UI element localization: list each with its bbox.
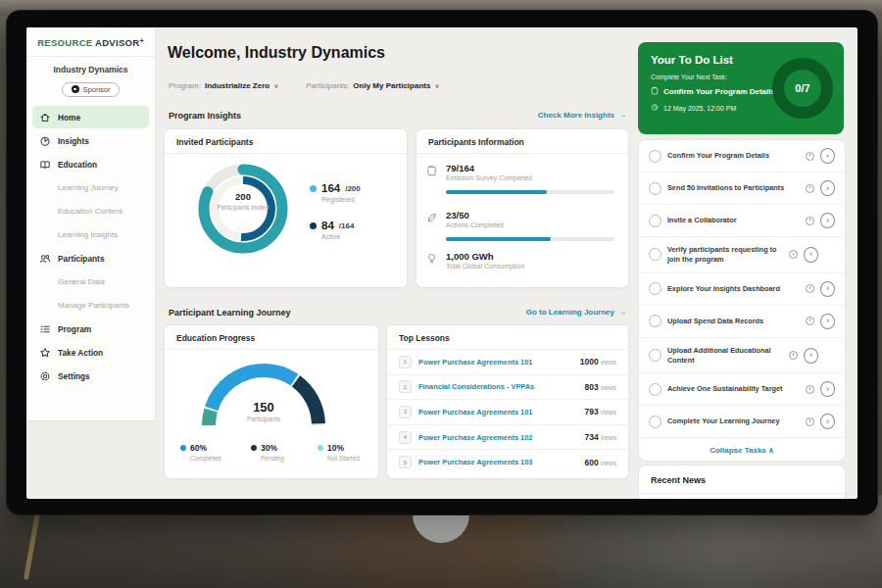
gauge-center-value: 150 — [224, 400, 303, 415]
views-count: 1000 — [580, 357, 599, 367]
task-checkbox[interactable] — [649, 383, 662, 396]
sidebar-item-program[interactable]: Program — [32, 318, 149, 340]
invited-participants-card: Invited Participants 200 Participants In… — [164, 128, 408, 288]
task-checkbox[interactable] — [649, 150, 662, 163]
stat-value: 23/50 — [446, 210, 504, 220]
lesson-link[interactable]: Power Purchase Agreements 101 — [418, 408, 578, 416]
sidebar-item-label: Insights — [58, 136, 89, 146]
link-label: Go to Learning Journey — [526, 308, 614, 317]
emission-progress-bar — [446, 190, 614, 194]
lesson-row: 1 Power Purchase Agreements 101 1000view… — [387, 350, 628, 375]
sidebar-item-general-data[interactable]: General Data — [32, 270, 149, 293]
task-label[interactable]: Achieve One Sustainability Target — [667, 384, 800, 394]
legend-label: Pending — [261, 455, 319, 462]
task-open-button[interactable]: › — [820, 381, 835, 397]
clock-icon — [806, 217, 814, 225]
todo-due-date: 12 May 2025, 12:00 PM — [663, 105, 736, 112]
arrow-right-icon: → — [618, 111, 626, 120]
task-label[interactable]: Verify participants requesting to join t… — [667, 245, 783, 265]
task-checkbox[interactable] — [649, 315, 662, 327]
legend-value: 84 — [321, 220, 334, 231]
lesson-link[interactable]: Power Purchase Agreements 103 — [418, 458, 578, 466]
task-label[interactable]: Upload Spend Data Records — [667, 317, 800, 326]
task-checkbox[interactable] — [649, 282, 662, 295]
lesson-link[interactable]: Power Purchase Agreements 102 — [418, 433, 578, 442]
sidebar-item-education[interactable]: Education — [32, 153, 149, 175]
legend-label: Active — [321, 233, 361, 240]
task-label[interactable]: Send 50 Invitations to Participants — [667, 183, 800, 193]
check-more-insights-link[interactable]: Check More Insights → — [538, 111, 626, 120]
lesson-link[interactable]: Financial Considerations - VPPAs — [418, 382, 578, 391]
participants-filter-value: Only My Participants — [353, 81, 430, 90]
participants-filter[interactable]: Participants: Only My Participants ∨ — [306, 81, 439, 90]
task-checkbox[interactable] — [649, 215, 662, 227]
task-checkbox[interactable] — [649, 182, 662, 195]
task-label[interactable]: Upload Additional Educational Content — [667, 346, 783, 366]
card-title: Top Lessons — [387, 325, 628, 350]
task-open-button[interactable]: › — [804, 348, 818, 364]
education-progress-card: Education Progress 150 Participants 60% … — [164, 324, 379, 479]
clock-icon — [806, 284, 814, 293]
task-open-button[interactable]: › — [820, 314, 835, 329]
sidebar-item-home[interactable]: Home — [32, 106, 149, 128]
collapse-tasks-link[interactable]: Collapse Tasks ∧ — [639, 438, 845, 462]
legend-item-completed: 60% Completed — [180, 443, 249, 462]
clock-icon — [806, 385, 814, 394]
sidebar-item-learning-journey[interactable]: Learning Journey — [32, 176, 149, 199]
task-open-button[interactable]: › — [820, 213, 835, 228]
sidebar-item-education-content[interactable]: Education Content — [32, 200, 149, 222]
clock-icon — [651, 103, 659, 113]
lesson-link[interactable]: Power Purchase Agreements 101 — [418, 358, 573, 367]
program-filter-label: Program: — [169, 81, 201, 90]
legend-total: /164 — [339, 221, 355, 230]
sidebar-item-participants[interactable]: Participants — [32, 247, 149, 270]
arrow-right-icon: → — [618, 308, 626, 317]
task-open-button[interactable]: › — [820, 148, 835, 164]
task-label[interactable]: Explore Your Insights Dashboard — [667, 284, 800, 294]
views-count: 734 — [585, 432, 599, 442]
task-label[interactable]: Invite a Collaborator — [667, 216, 800, 225]
sidebar-item-take-action[interactable]: Take Action — [32, 341, 149, 364]
task-row: Send 50 Invitations to Participants › — [639, 172, 845, 205]
task-open-button[interactable]: › — [804, 247, 818, 263]
clock-icon — [789, 250, 798, 259]
legend-dot — [251, 445, 257, 451]
sidebar-item-label: Learning Journey — [58, 183, 119, 192]
task-label[interactable]: Confirm Your Program Details — [667, 151, 800, 161]
sponsor-badge[interactable]: Sponsor — [62, 82, 121, 97]
action-burst-icon — [39, 347, 51, 359]
lessons-list: 1 Power Purchase Agreements 101 1000view… — [387, 350, 628, 474]
stat-label: Actions Completed — [446, 221, 504, 228]
task-row: Upload Spend Data Records › — [639, 306, 845, 338]
program-filter[interactable]: Program: Industrialize Zero ∨ — [169, 81, 278, 90]
logo-resource: RESOURCE — [37, 37, 92, 48]
task-label[interactable]: Complete Your Learning Journey — [667, 416, 800, 426]
task-checkbox[interactable] — [649, 416, 662, 428]
views-count: 600 — [585, 458, 599, 467]
task-open-button[interactable]: › — [820, 414, 835, 429]
legend-label: Completed — [190, 455, 249, 462]
link-label: Check More Insights — [538, 111, 614, 120]
donut-center-text: 200 Participants Invited — [214, 191, 272, 212]
insights-icon — [39, 135, 51, 147]
sidebar-item-manage-participants[interactable]: Manage Participants — [32, 294, 149, 317]
task-checkbox[interactable] — [649, 349, 662, 362]
sidebar-item-learning-insights[interactable]: Learning Insights — [32, 223, 149, 246]
task-row: Verify participants requesting to join t… — [639, 237, 845, 273]
sidebar-item-settings[interactable]: Settings — [32, 365, 149, 387]
legend-dot — [180, 445, 186, 451]
views-label: views — [601, 384, 616, 391]
sidebar-item-label: General Data — [58, 277, 105, 286]
rank-chip: 4 — [399, 431, 412, 444]
todo-title: Your To Do List — [651, 54, 733, 66]
task-open-button[interactable]: › — [820, 281, 835, 297]
page-title: Welcome, Industry Dynamics — [168, 44, 385, 62]
gear-icon — [39, 370, 51, 382]
task-checkbox[interactable] — [649, 248, 662, 261]
book-icon — [39, 159, 51, 171]
stat-value: 79/164 — [446, 163, 532, 173]
clock-icon — [806, 317, 814, 325]
task-open-button[interactable]: › — [820, 180, 835, 196]
go-to-learning-journey-link[interactable]: Go to Learning Journey → — [526, 308, 626, 317]
sidebar-item-insights[interactable]: Insights — [32, 129, 149, 152]
